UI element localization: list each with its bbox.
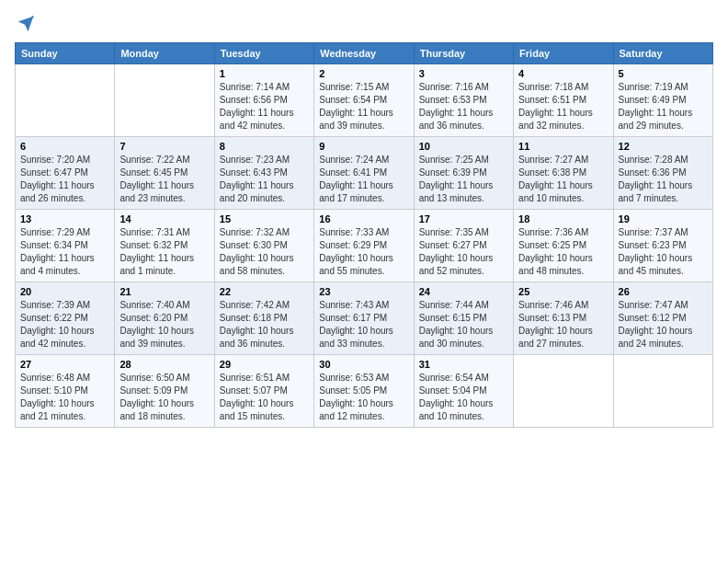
calendar-cell: 20Sunrise: 7:39 AM Sunset: 6:22 PM Dayli…: [16, 282, 115, 355]
calendar-cell: 27Sunrise: 6:48 AM Sunset: 5:10 PM Dayli…: [16, 355, 115, 428]
calendar-cell: 6Sunrise: 7:20 AM Sunset: 6:47 PM Daylig…: [16, 137, 115, 210]
day-of-week-header: Friday: [514, 43, 613, 64]
calendar-cell: [16, 64, 115, 137]
calendar-cell: 24Sunrise: 7:44 AM Sunset: 6:15 PM Dayli…: [414, 282, 513, 355]
day-info: Sunrise: 7:18 AM Sunset: 6:51 PM Dayligh…: [518, 81, 608, 132]
calendar-cell: 1Sunrise: 7:14 AM Sunset: 6:56 PM Daylig…: [214, 64, 313, 137]
day-number: 1: [220, 68, 309, 79]
day-number: 25: [518, 286, 608, 297]
calendar-cell: [613, 355, 712, 428]
calendar-cell: 13Sunrise: 7:29 AM Sunset: 6:34 PM Dayli…: [16, 210, 115, 282]
day-number: 13: [20, 213, 109, 224]
day-number: 2: [319, 68, 408, 79]
calendar-cell: 26Sunrise: 7:47 AM Sunset: 6:12 PM Dayli…: [613, 282, 712, 355]
day-info: Sunrise: 7:22 AM Sunset: 6:45 PM Dayligh…: [119, 154, 209, 205]
day-number: 18: [518, 213, 608, 224]
day-info: Sunrise: 7:32 AM Sunset: 6:30 PM Dayligh…: [220, 226, 309, 278]
calendar-cell: 10Sunrise: 7:25 AM Sunset: 6:39 PM Dayli…: [414, 137, 513, 210]
day-number: 11: [518, 141, 608, 152]
calendar-week-row: 20Sunrise: 7:39 AM Sunset: 6:22 PM Dayli…: [16, 282, 713, 355]
calendar-cell: 12Sunrise: 7:28 AM Sunset: 6:36 PM Dayli…: [613, 137, 712, 210]
day-of-week-header: Wednesday: [314, 43, 414, 64]
day-number: 12: [619, 141, 708, 152]
calendar-cell: 14Sunrise: 7:31 AM Sunset: 6:32 PM Dayli…: [115, 210, 214, 282]
day-info: Sunrise: 6:54 AM Sunset: 5:04 PM Dayligh…: [419, 372, 508, 423]
day-of-week-header: Thursday: [414, 43, 513, 64]
calendar-cell: [514, 355, 613, 428]
day-info: Sunrise: 7:40 AM Sunset: 6:20 PM Dayligh…: [119, 299, 209, 350]
day-info: Sunrise: 7:25 AM Sunset: 6:39 PM Dayligh…: [419, 154, 508, 205]
day-number: 19: [619, 213, 708, 224]
calendar-cell: 25Sunrise: 7:46 AM Sunset: 6:13 PM Dayli…: [514, 282, 613, 355]
calendar-cell: 8Sunrise: 7:23 AM Sunset: 6:43 PM Daylig…: [214, 137, 313, 210]
day-info: Sunrise: 7:24 AM Sunset: 6:41 PM Dayligh…: [319, 154, 408, 205]
calendar-cell: 7Sunrise: 7:22 AM Sunset: 6:45 PM Daylig…: [115, 137, 214, 210]
day-number: 17: [419, 213, 508, 224]
day-info: Sunrise: 7:27 AM Sunset: 6:38 PM Dayligh…: [518, 154, 608, 205]
calendar-cell: 5Sunrise: 7:19 AM Sunset: 6:49 PM Daylig…: [613, 64, 712, 137]
day-info: Sunrise: 7:35 AM Sunset: 6:27 PM Dayligh…: [419, 226, 508, 278]
calendar-header-row: SundayMondayTuesdayWednesdayThursdayFrid…: [16, 43, 713, 64]
calendar-week-row: 27Sunrise: 6:48 AM Sunset: 5:10 PM Dayli…: [16, 355, 713, 428]
day-info: Sunrise: 7:28 AM Sunset: 6:36 PM Dayligh…: [619, 154, 708, 205]
day-number: 5: [619, 68, 708, 79]
day-info: Sunrise: 6:50 AM Sunset: 5:09 PM Dayligh…: [119, 372, 209, 423]
day-of-week-header: Saturday: [613, 43, 712, 64]
day-info: Sunrise: 7:29 AM Sunset: 6:34 PM Dayligh…: [20, 226, 109, 278]
day-info: Sunrise: 7:43 AM Sunset: 6:17 PM Dayligh…: [319, 299, 408, 350]
day-number: 10: [419, 141, 508, 152]
calendar-cell: 31Sunrise: 6:54 AM Sunset: 5:04 PM Dayli…: [414, 355, 513, 428]
calendar-week-row: 6Sunrise: 7:20 AM Sunset: 6:47 PM Daylig…: [16, 137, 713, 210]
day-info: Sunrise: 6:48 AM Sunset: 5:10 PM Dayligh…: [20, 372, 109, 423]
calendar-cell: 28Sunrise: 6:50 AM Sunset: 5:09 PM Dayli…: [115, 355, 214, 428]
day-number: 23: [319, 286, 408, 297]
calendar-cell: 16Sunrise: 7:33 AM Sunset: 6:29 PM Dayli…: [314, 210, 414, 282]
calendar-cell: 18Sunrise: 7:36 AM Sunset: 6:25 PM Dayli…: [514, 210, 613, 282]
logo: [15, 15, 35, 33]
day-number: 28: [119, 359, 209, 370]
calendar-cell: [115, 64, 214, 137]
day-info: Sunrise: 6:53 AM Sunset: 5:05 PM Dayligh…: [319, 372, 408, 423]
day-number: 30: [319, 359, 408, 370]
day-number: 27: [20, 359, 109, 370]
day-number: 24: [419, 286, 508, 297]
calendar-table: SundayMondayTuesdayWednesdayThursdayFrid…: [15, 42, 713, 428]
logo-bird-icon: [17, 15, 35, 33]
calendar-cell: 2Sunrise: 7:15 AM Sunset: 6:54 PM Daylig…: [314, 64, 414, 137]
page-header: [15, 15, 713, 33]
day-number: 29: [220, 359, 309, 370]
day-info: Sunrise: 7:36 AM Sunset: 6:25 PM Dayligh…: [518, 226, 608, 278]
day-number: 20: [20, 286, 109, 297]
day-info: Sunrise: 6:51 AM Sunset: 5:07 PM Dayligh…: [220, 372, 309, 423]
day-number: 3: [419, 68, 508, 79]
day-info: Sunrise: 7:39 AM Sunset: 6:22 PM Dayligh…: [20, 299, 109, 350]
day-of-week-header: Tuesday: [214, 43, 313, 64]
day-number: 16: [319, 213, 408, 224]
calendar-cell: 11Sunrise: 7:27 AM Sunset: 6:38 PM Dayli…: [514, 137, 613, 210]
day-info: Sunrise: 7:20 AM Sunset: 6:47 PM Dayligh…: [20, 154, 109, 205]
day-number: 4: [518, 68, 608, 79]
day-info: Sunrise: 7:31 AM Sunset: 6:32 PM Dayligh…: [119, 226, 209, 278]
day-number: 21: [119, 286, 209, 297]
day-number: 7: [119, 141, 209, 152]
day-number: 15: [220, 213, 309, 224]
day-info: Sunrise: 7:33 AM Sunset: 6:29 PM Dayligh…: [319, 226, 408, 278]
day-number: 8: [220, 141, 309, 152]
day-info: Sunrise: 7:23 AM Sunset: 6:43 PM Dayligh…: [220, 154, 309, 205]
calendar-cell: 9Sunrise: 7:24 AM Sunset: 6:41 PM Daylig…: [314, 137, 414, 210]
calendar-cell: 15Sunrise: 7:32 AM Sunset: 6:30 PM Dayli…: [214, 210, 313, 282]
day-info: Sunrise: 7:15 AM Sunset: 6:54 PM Dayligh…: [319, 81, 408, 132]
day-info: Sunrise: 7:19 AM Sunset: 6:49 PM Dayligh…: [619, 81, 708, 132]
day-info: Sunrise: 7:46 AM Sunset: 6:13 PM Dayligh…: [518, 299, 608, 350]
calendar-week-row: 13Sunrise: 7:29 AM Sunset: 6:34 PM Dayli…: [16, 210, 713, 282]
day-info: Sunrise: 7:47 AM Sunset: 6:12 PM Dayligh…: [619, 299, 708, 350]
calendar-cell: 3Sunrise: 7:16 AM Sunset: 6:53 PM Daylig…: [414, 64, 513, 137]
calendar-cell: 22Sunrise: 7:42 AM Sunset: 6:18 PM Dayli…: [214, 282, 313, 355]
calendar-cell: 30Sunrise: 6:53 AM Sunset: 5:05 PM Dayli…: [314, 355, 414, 428]
day-number: 26: [619, 286, 708, 297]
day-of-week-header: Sunday: [16, 43, 115, 64]
day-info: Sunrise: 7:14 AM Sunset: 6:56 PM Dayligh…: [220, 81, 309, 132]
calendar-cell: 29Sunrise: 6:51 AM Sunset: 5:07 PM Dayli…: [214, 355, 313, 428]
day-info: Sunrise: 7:42 AM Sunset: 6:18 PM Dayligh…: [220, 299, 309, 350]
day-number: 22: [220, 286, 309, 297]
